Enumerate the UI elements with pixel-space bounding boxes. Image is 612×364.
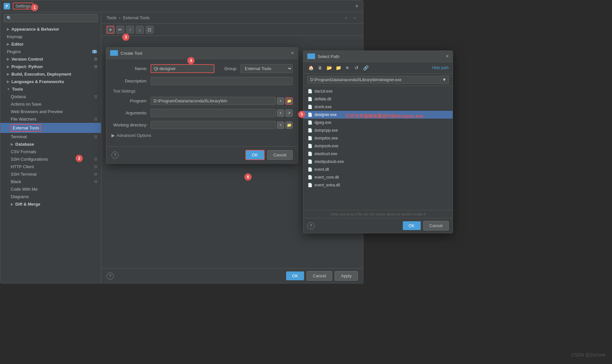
sidebar-item-diagrams[interactable]: Diagrams — [0, 193, 101, 200]
select-path-ok-button[interactable]: OK — [403, 221, 421, 230]
sidebar-item-diff-merge[interactable]: ▶ Diff & Merge — [0, 200, 101, 208]
sidebar-item-appearance[interactable]: ▶ Appearance & Behavior — [0, 25, 101, 33]
file-item-dumpcpp[interactable]: 📄 dumpcpp.exe — [303, 126, 453, 134]
dialog-ok-button[interactable]: OK — [245, 150, 265, 160]
group-select[interactable]: External Tools — [240, 64, 293, 73]
nav-forward-button[interactable]: → — [351, 15, 358, 21]
path-dropdown-button[interactable]: ▼ — [440, 76, 449, 84]
description-input[interactable] — [151, 77, 293, 85]
annotation-1: 1 — [31, 4, 38, 11]
edit-tool-button[interactable]: ✏ — [116, 26, 124, 34]
delete-icon[interactable]: ✕ — [344, 64, 351, 71]
new-folder-icon[interactable]: 📁 — [335, 64, 342, 71]
close-button[interactable]: × — [354, 3, 360, 9]
sidebar-item-build[interactable]: ▶ Build, Execution, Deployment — [0, 70, 101, 78]
link-icon[interactable]: 🔗 — [362, 64, 369, 71]
file-item-djpeg[interactable]: 📄 djpeg.exe — [303, 119, 453, 126]
apply-button[interactable]: Apply — [335, 271, 358, 281]
arguments-add-btn[interactable]: + — [277, 109, 284, 117]
working-directory-input[interactable] — [151, 121, 276, 129]
documents-icon[interactable]: 📂 — [326, 64, 333, 71]
annotation-5: 5 — [298, 111, 305, 118]
file-item-elastipubsub[interactable]: 📄 elastipubsub.exe — [303, 158, 453, 166]
search-input[interactable] — [13, 16, 95, 21]
sidebar-item-terminal[interactable]: Terminal ⊡ — [0, 133, 101, 140]
arrow-icon: ▼ — [7, 87, 10, 91]
hide-path-button[interactable]: Hide path — [432, 66, 449, 70]
dialog-cancel-button[interactable]: Cancel — [267, 150, 293, 160]
advanced-options-section[interactable]: ▶ Advanced Options — [111, 133, 293, 138]
move-down-button[interactable]: ↓ — [136, 26, 144, 34]
file-item-dumpsolv[interactable]: 📄 dumpsolv.exe — [303, 142, 453, 150]
file-name: elasticurl.exe — [314, 152, 337, 156]
file-name: elastipubsub.exe — [314, 159, 344, 164]
workdir-add-btn[interactable]: + — [277, 122, 284, 129]
dialog-close-button[interactable]: × — [291, 50, 294, 56]
sidebar-item-actions-on-save[interactable]: Actions on Save — [0, 100, 101, 108]
sidebar-item-tools[interactable]: ▼ Tools — [0, 85, 101, 93]
sidebar-item-black[interactable]: Black ⊡ — [0, 178, 101, 185]
sidebar-item-ssh-terminal[interactable]: SSH Terminal ⊡ — [0, 170, 101, 178]
path-input[interactable] — [307, 76, 440, 84]
sidebar-item-web-browsers[interactable]: Web Browsers and Preview — [0, 108, 101, 115]
sidebar-item-version-control[interactable]: ▶ Version Control ⊡ — [0, 55, 101, 63]
sidebar-item-languages[interactable]: ▶ Languages & Frameworks — [0, 78, 101, 85]
sidebar-item-ssh-config[interactable]: SSH Configurations ⊡ — [0, 155, 101, 163]
breadcrumb-nav: ← → — [343, 15, 358, 21]
program-browse-btn[interactable]: 📁 — [285, 97, 293, 105]
sidebar-item-label: Appearance & Behavior — [11, 27, 59, 32]
file-item-dumpdoc[interactable]: 📄 dumpdoc.exe — [303, 134, 453, 142]
sidebar-item-code-with-me[interactable]: Code With Me — [0, 185, 101, 193]
file-item-dcerb[interactable]: 📄 dcerb.exe — [303, 103, 453, 111]
file-icon: 📄 — [307, 151, 313, 156]
sidebar-item-qodana[interactable]: Qodana ⊡ — [0, 93, 101, 100]
file-item-event-core[interactable]: 📄 event_core.dll — [303, 173, 453, 181]
sidebar-item-label: Project: Python — [11, 64, 43, 69]
refresh-icon[interactable]: ↺ — [353, 64, 360, 71]
sidebar-item-database[interactable]: ▶ Database — [0, 140, 101, 148]
sidebar-item-label: Actions on Save — [11, 102, 41, 107]
arguments-expand-btn[interactable]: ↗ — [285, 109, 293, 117]
copy-button[interactable]: ⊡ — [146, 26, 153, 34]
select-path-help-button[interactable]: ? — [307, 222, 314, 229]
arguments-input[interactable] — [151, 109, 276, 117]
sidebar-item-file-watchers[interactable]: File Watchers ⊡ — [0, 115, 101, 123]
group-label: Group: — [218, 66, 237, 71]
sidebar-item-http[interactable]: HTTP Client ⊡ — [0, 163, 101, 170]
select-path-cancel-button[interactable]: Cancel — [423, 221, 449, 230]
sidebar-item-plugins[interactable]: Plugins 2 — [0, 48, 101, 55]
file-icon: 📄 — [307, 128, 313, 133]
search-bar[interactable]: 🔍 — [4, 14, 98, 22]
cancel-button[interactable]: Cancel — [307, 271, 332, 281]
sidebar-item-label: External Tools — [11, 124, 41, 132]
help-button[interactable]: ? — [107, 272, 114, 280]
sidebar-item-editor[interactable]: ▶ Editor — [0, 40, 101, 48]
chinese-annotation: 打开文件选择你要运行的designer.exe — [345, 113, 423, 119]
name-input[interactable] — [151, 64, 214, 73]
sidebar-item-project[interactable]: ▶ Project: Python ⊡ — [0, 63, 101, 70]
file-item-event-extra[interactable]: 📄 event_extra.dll — [303, 181, 453, 189]
sidebar-item-label: Tools — [12, 87, 23, 92]
file-item-event[interactable]: 📄 event.dll — [303, 166, 453, 173]
workdir-browse-btn[interactable]: 📁 — [285, 122, 293, 129]
sidebar-item-csv[interactable]: CSV Formats — [0, 148, 101, 155]
ok-button[interactable]: OK — [286, 271, 304, 280]
file-item-dav1d[interactable]: 📄 dav1d.exe — [303, 87, 453, 95]
dialog-help-button[interactable]: ? — [111, 152, 119, 159]
nav-back-button[interactable]: ← — [343, 15, 350, 21]
select-path-close-button[interactable]: × — [446, 53, 449, 59]
add-tool-button[interactable]: + — [107, 26, 114, 34]
sidebar-item-keymap[interactable]: Keymap — [0, 33, 101, 40]
file-item-elasticurl[interactable]: 📄 elasticurl.exe — [303, 150, 453, 158]
home-icon[interactable]: 🏠 — [307, 64, 314, 71]
desktop-icon[interactable]: 🖥 — [316, 64, 324, 71]
file-name: designer.exe — [314, 112, 337, 117]
program-input[interactable] — [151, 97, 276, 105]
move-up-button[interactable]: ↑ — [126, 26, 134, 34]
sidebar-item-label: File Watchers — [11, 117, 36, 122]
sidebar-item-external-tools[interactable]: External Tools — [0, 123, 101, 133]
select-path-dialog: Select Path × 🏠 🖥 📂 📁 ✕ ↺ 🔗 Hide path ▼ … — [303, 51, 453, 233]
file-item-deflate[interactable]: 📄 deflate.dll — [303, 95, 453, 103]
program-add-btn[interactable]: + — [277, 97, 284, 105]
dialog-footer: ? OK Cancel — [106, 146, 298, 163]
